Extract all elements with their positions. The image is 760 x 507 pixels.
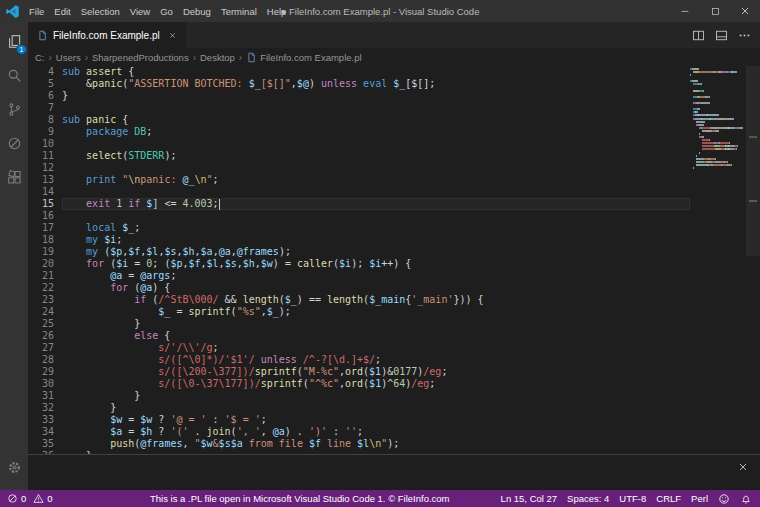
- line-number[interactable]: 33: [28, 414, 54, 426]
- code-line[interactable]: 35 push(@frames, "$w&$s$a from file $f l…: [28, 438, 690, 450]
- tab-close-icon[interactable]: [168, 31, 177, 40]
- menu-item-view[interactable]: View: [125, 0, 155, 22]
- line-number[interactable]: 7: [28, 102, 54, 114]
- line-number[interactable]: 10: [28, 138, 54, 150]
- feedback-smiley-icon[interactable]: [718, 493, 730, 505]
- eol-indicator[interactable]: CRLF: [656, 493, 681, 504]
- layout-button[interactable]: [711, 25, 731, 45]
- line-number[interactable]: 18: [28, 234, 54, 246]
- line-number[interactable]: 35: [28, 438, 54, 450]
- breadcrumb-item[interactable]: Desktop: [200, 52, 235, 63]
- activity-item-extensions[interactable]: [0, 160, 28, 194]
- menu-item-terminal[interactable]: Terminal: [216, 0, 262, 22]
- code-line[interactable]: 19 my ($p,$f,$l,$s,$h,$a,@a,@frames);: [28, 246, 690, 258]
- code-line[interactable]: 26 else {: [28, 330, 690, 342]
- minimap[interactable]: [690, 68, 746, 170]
- encoding-indicator[interactable]: UTF-8: [619, 493, 646, 504]
- line-number[interactable]: 5: [28, 78, 54, 90]
- code-editor[interactable]: 4sub assert {5 &panic("ASSERTION BOTCHED…: [28, 66, 760, 454]
- line-number[interactable]: 6: [28, 90, 54, 102]
- code-line[interactable]: 23 if (/^StB\000/ && length($_) == lengt…: [28, 294, 690, 306]
- line-number[interactable]: 17: [28, 222, 54, 234]
- code-line[interactable]: 20 for ($i = 0; ($p,$f,$l,$s,$h,$w) = ca…: [28, 258, 690, 270]
- line-number[interactable]: 31: [28, 390, 54, 402]
- line-number[interactable]: 26: [28, 330, 54, 342]
- code-line[interactable]: 27 s/'/\\'/g;: [28, 342, 690, 354]
- activity-item-search[interactable]: [0, 58, 28, 92]
- line-number[interactable]: 20: [28, 258, 54, 270]
- code-line[interactable]: 6}: [28, 90, 690, 102]
- code-line[interactable]: 15 exit 1 if $] <= 4.003;: [28, 198, 690, 210]
- code-line[interactable]: 14: [28, 186, 690, 198]
- breadcrumb-item[interactable]: C:: [35, 52, 45, 63]
- more-actions-button[interactable]: [734, 25, 754, 45]
- activity-item-source-control[interactable]: [0, 92, 28, 126]
- breadcrumb-item[interactable]: SharpenedProductions: [92, 52, 189, 63]
- code-line[interactable]: 13 print "\npanic: @_\n";: [28, 174, 690, 186]
- code-line[interactable]: 21 @a = @args;: [28, 270, 690, 282]
- cursor-position[interactable]: Ln 15, Col 27: [501, 493, 558, 504]
- line-number[interactable]: 32: [28, 402, 54, 414]
- line-number[interactable]: 30: [28, 378, 54, 390]
- line-number[interactable]: 23: [28, 294, 54, 306]
- code-line[interactable]: 25 }: [28, 318, 690, 330]
- indentation-indicator[interactable]: Spaces: 4: [567, 493, 609, 504]
- menu-item-go[interactable]: Go: [155, 0, 178, 22]
- code-line[interactable]: 32 }: [28, 402, 690, 414]
- code-line[interactable]: 9 package DB;: [28, 126, 690, 138]
- line-number[interactable]: 9: [28, 126, 54, 138]
- line-number[interactable]: 14: [28, 186, 54, 198]
- line-number[interactable]: 29: [28, 366, 54, 378]
- maximize-button[interactable]: [700, 0, 730, 22]
- close-button[interactable]: [730, 0, 760, 22]
- menu-item-debug[interactable]: Debug: [178, 0, 216, 22]
- problems-warnings[interactable]: 0: [33, 493, 52, 504]
- overview-ruler[interactable]: [746, 66, 760, 454]
- panel-close-icon[interactable]: [735, 459, 751, 475]
- code-line[interactable]: 33 $w = $w ? '@ = ' : '$ = ';: [28, 414, 690, 426]
- code-line[interactable]: 17 local $_;: [28, 222, 690, 234]
- menu-item-file[interactable]: File: [24, 0, 49, 22]
- breadcrumb-item[interactable]: FileInfo.com Example.pl: [246, 52, 361, 63]
- line-number[interactable]: 11: [28, 150, 54, 162]
- split-editor-button[interactable]: [688, 25, 708, 45]
- line-number[interactable]: 25: [28, 318, 54, 330]
- problems-errors[interactable]: 0: [7, 493, 26, 504]
- activity-item-explorer[interactable]: 1: [0, 24, 28, 58]
- scrollbar-thumb[interactable]: [746, 66, 760, 256]
- code-line[interactable]: 18 my $i;: [28, 234, 690, 246]
- code-line[interactable]: 11 select(STDERR);: [28, 150, 690, 162]
- line-number[interactable]: 27: [28, 342, 54, 354]
- breadcrumb-item[interactable]: Users: [56, 52, 81, 63]
- tab-fileinfo-example[interactable]: FileInfo.com Example.pl: [28, 22, 187, 48]
- code-line[interactable]: 5 &panic("ASSERTION BOTCHED: $_[$[]",$@)…: [28, 78, 690, 90]
- line-number[interactable]: 16: [28, 210, 54, 222]
- code-line[interactable]: 28 s/([^\0]*)/'$1'/ unless /^-?[\d.]+$/;: [28, 354, 690, 366]
- activity-item-settings[interactable]: [0, 450, 28, 484]
- minimize-button[interactable]: [670, 0, 700, 22]
- line-number[interactable]: 28: [28, 354, 54, 366]
- language-mode[interactable]: Perl: [691, 493, 708, 504]
- line-number[interactable]: 15: [28, 198, 54, 210]
- line-number[interactable]: 22: [28, 282, 54, 294]
- line-number[interactable]: 4: [28, 66, 54, 78]
- code-line[interactable]: 30 s/([\0-\37\177])/sprintf("^%c",ord($1…: [28, 378, 690, 390]
- line-number[interactable]: 21: [28, 270, 54, 282]
- line-number[interactable]: 8: [28, 114, 54, 126]
- code-line[interactable]: 12: [28, 162, 690, 174]
- menu-item-edit[interactable]: Edit: [49, 0, 75, 22]
- code-line[interactable]: 31 }: [28, 390, 690, 402]
- activity-item-debug[interactable]: [0, 126, 28, 160]
- code-line[interactable]: 7: [28, 102, 690, 114]
- line-number[interactable]: 13: [28, 174, 54, 186]
- code-line[interactable]: 34 $a = $h ? '(' . join(', ', @a) . ')' …: [28, 426, 690, 438]
- line-number[interactable]: 24: [28, 306, 54, 318]
- code-line[interactable]: 24 $_ = sprintf("%s",$_);: [28, 306, 690, 318]
- notifications-bell-icon[interactable]: [740, 493, 752, 505]
- code-line[interactable]: 29 s/([\200-\377])/sprintf("M-%c",ord($1…: [28, 366, 690, 378]
- code-line[interactable]: 10: [28, 138, 690, 150]
- menu-item-selection[interactable]: Selection: [76, 0, 125, 22]
- line-number[interactable]: 34: [28, 426, 54, 438]
- code-line[interactable]: 16: [28, 210, 690, 222]
- code-line[interactable]: 8sub panic {: [28, 114, 690, 126]
